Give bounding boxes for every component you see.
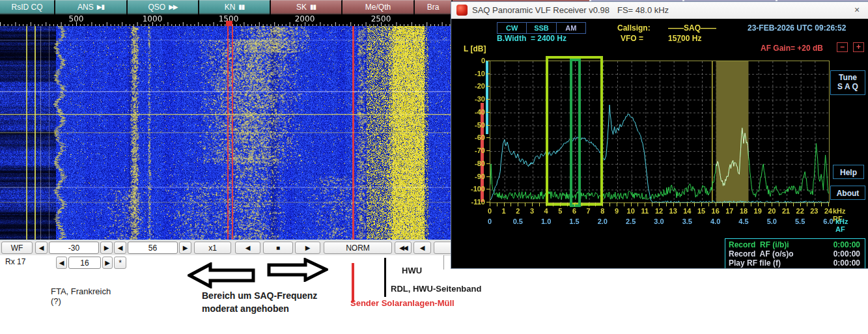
rf-tick-label: 21 [781,207,791,215]
tune-label-line2: S A Q [831,82,865,91]
mode-am-button[interactable]: AM [556,23,585,33]
rx-right-arrow-button[interactable]: ▶ [102,257,113,269]
rf-tick-label: 16 [710,207,721,215]
tune-saq-button[interactable]: Tune S A Q [830,70,865,95]
record-rf-row[interactable]: Record RF (i/b)i0:00:00 [729,240,860,249]
wf-range-value[interactable]: 56 [128,242,178,254]
waterfall-control-row: WF ◀ -30 ▶ ◀ 56 ▶ x1 ◀ ■ ▶ NORM ◀◀ ◀ [0,240,453,256]
record-af-row[interactable]: Record AF (o/s)o0:00:00 [729,249,860,258]
callsign-value: ——SAQ—— [668,23,716,33]
help-button[interactable]: Help [833,165,864,179]
y-tick-label: -30 [460,95,485,103]
y-tick-label: -90 [460,173,485,180]
skip-to-end-icon: ▶▮ [97,3,104,10]
mode-selector: CW SSB AM [497,22,586,34]
rf-tick-label: 13 [668,207,679,215]
annotation-bereich: Bereich um SAQ-Frequenz moderat angehobe… [202,290,317,314]
rf-tick-label: 5 [555,207,565,215]
af-tick-label: 5.5 [793,217,807,225]
tune-label-line1: Tune [831,73,865,82]
rf-tick-label: 4 [541,207,552,215]
selection-rect-narrow [570,59,581,207]
wf-range-left-arrow-button[interactable]: ◀ [114,242,126,254]
wf-rewind-button[interactable]: ◀◀ [395,242,412,254]
spectrum-canvas[interactable] [490,61,829,202]
af-tick-label: 4.5 [736,217,751,225]
play-rf-label: Play RF file (f) [729,258,781,268]
rx-star-button[interactable]: * [114,257,126,269]
wf-scroll-left-button[interactable]: ◀ [235,242,260,254]
y-tick-mark [486,189,490,189]
macro-button-rsid-cq[interactable]: RsID CQ [0,0,55,14]
wf-range-right-arrow-button[interactable]: ▶ [179,242,191,254]
wf-lower-signal-value[interactable]: -30 [49,242,99,254]
macro-button-kn[interactable]: KN▮▮ [199,0,271,14]
af-gain-minus-button[interactable]: − [837,42,848,52]
saq-titlebar[interactable]: SAQ Panoramic VLF Receiver v0.98 FS= 48.… [451,2,868,19]
wf-scroll-right-button[interactable]: ▶ [295,242,320,254]
y-tick-label: -110 [460,198,485,206]
macro-label: KN [225,3,236,12]
pause-icon: ▮▮ [310,3,316,10]
wf-lower-right-arrow-button[interactable]: ▶ [100,242,113,254]
wf-back-button[interactable]: ◀ [413,242,431,254]
y-tick-mark [486,61,490,61]
wf-button[interactable]: WF [1,242,33,254]
rf-tick-label: 12 [654,207,664,215]
vfo-digits: 00 Hz [681,34,701,43]
macro-button-meqth[interactable]: Me/Qth [343,0,415,14]
spectrum-plot [490,61,830,203]
rf-tick-label: 3 [527,207,537,215]
vfo-value[interactable]: 15700 Hz [668,34,701,43]
wf-partial-button[interactable] [434,242,453,254]
annotation-fta: FTA, Frankreich (?) [51,286,111,306]
rf-tick-label: 11 [639,207,650,215]
wf-stop-button[interactable]: ■ [263,242,293,254]
af-tick-label: 0.5 [511,217,525,225]
af-tick-label: 2.0 [595,217,609,225]
y-tick-label: -70 [460,146,485,154]
window-title: SAQ Panoramic VLF Receiver v0.98 [472,5,609,15]
af-tick-label: 2.5 [624,217,638,225]
waterfall-frequency-scale[interactable] [0,14,453,26]
af-gain-plus-button[interactable]: + [853,42,864,52]
macro-button-sk[interactable]: SK▮▮ [271,0,343,14]
close-icon[interactable]: × [851,4,863,16]
level-axis-title: L [dB] [464,44,486,53]
red-marker-line [352,263,354,302]
rf-tick-label: 9 [611,207,622,215]
waterfall-display[interactable] [0,26,453,240]
macro-button-brag[interactable]: Bra [415,0,453,14]
wf-lower-left-arrow-button[interactable]: ◀ [35,242,48,254]
mode-cw-button[interactable]: CW [497,23,526,33]
rf-tick-label: 14 [682,207,692,215]
af-gain-label: AF Gain= +20 dB [761,44,823,53]
about-button[interactable]: About [830,186,865,200]
record-rf-label: Record RF (i/b)i [729,240,789,249]
play-rf-time: 0:00:00 [833,258,860,268]
annotation-hwu: HWU [402,266,422,275]
rx-left-arrow-button[interactable]: ◀ [56,257,67,269]
af-tick-label: 6.0 [821,217,835,225]
rx-value[interactable]: 16 [68,257,101,269]
annotation-bereich-line2: moderat angehoben [202,303,317,314]
pause-icon: ▮▮ [238,3,244,10]
rf-tick-label: 23 [809,207,819,215]
rf-tick-label: 2 [512,207,523,215]
right-block-arrow [267,258,328,282]
macro-label: SK [296,3,307,12]
bandwidth-label: B.Width = 2400 Hz [497,34,567,43]
y-tick-mark [486,150,490,151]
y-tick-label: 0 [460,57,485,64]
rf-tick-label: 7 [583,207,594,215]
wf-zoom-x1-button[interactable]: x1 [194,242,231,254]
macro-button-ans[interactable]: ANS▶▮ [55,0,128,14]
macro-label: RsID CQ [12,3,43,12]
play-rf-row[interactable]: Play RF file (f)0:00:00 [729,258,860,268]
wf-norm-button[interactable]: NORM [324,242,392,254]
rf-tick-label: 10 [626,207,636,215]
macro-button-qso[interactable]: QSO▶▶ [128,0,199,14]
sample-rate-label: FS= 48.0 kHz [617,5,669,15]
mode-ssb-button[interactable]: SSB [526,23,555,33]
saq-receiver-window: SAQ Panoramic VLF Receiver v0.98 FS= 48.… [451,2,868,268]
